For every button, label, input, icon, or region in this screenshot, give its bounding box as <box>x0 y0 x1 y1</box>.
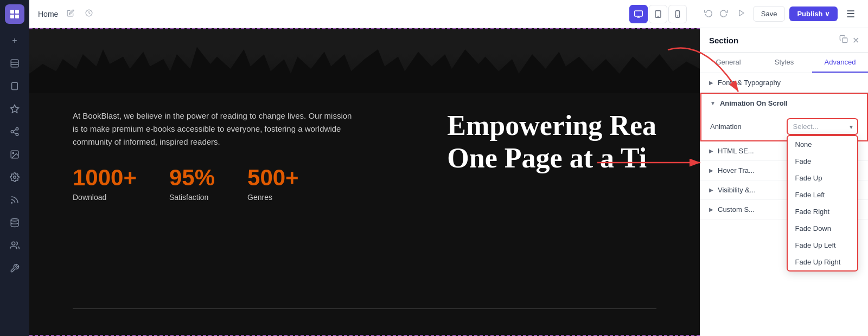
svg-rect-29 <box>843 38 847 43</box>
top-bar: Home <box>29 0 868 28</box>
svg-rect-3 <box>15 15 19 18</box>
forest-silhouette <box>29 44 700 93</box>
dropdown-option-none[interactable]: None <box>788 136 858 153</box>
dropdown-option-fade[interactable]: Fade <box>788 153 858 170</box>
stat-satisfaction: 95% Satisfaction <box>169 165 215 202</box>
tablet-view-button[interactable] <box>649 5 667 23</box>
history-icon[interactable] <box>83 7 95 21</box>
html-select-label: HTML SE... <box>718 147 754 155</box>
preview-button[interactable] <box>735 7 749 21</box>
page-title: Home <box>38 10 58 18</box>
dropdown-option-fade-up[interactable]: Fade Up <box>788 170 858 186</box>
stat-genres-value: 500+ <box>247 165 299 191</box>
svg-point-18 <box>11 219 18 222</box>
canvas-content: At BookBlast, we believe in the power of… <box>29 88 700 336</box>
svg-rect-7 <box>12 82 18 89</box>
animation-section-header[interactable]: ▼ Animation On Scroll <box>701 94 867 113</box>
stats-group: 1000+ Download 95% Satisfaction 500+ Gen… <box>73 165 425 202</box>
sidebar-item-page[interactable] <box>4 76 25 96</box>
panel-header: Section ✕ <box>700 28 868 53</box>
panel-body: ▶ Fonts & Typography ▼ Animation On Scro… <box>700 73 868 336</box>
forest-top-decoration <box>29 28 700 93</box>
sidebar-item-tools[interactable] <box>4 258 25 279</box>
animation-field-label: Animation <box>710 122 782 131</box>
hero-text: Empowering Rea One Page at a Ti <box>447 109 656 175</box>
sidebar-item-users[interactable] <box>4 235 25 256</box>
sidebar-item-settings[interactable] <box>4 167 25 188</box>
dropdown-option-fade-up-left[interactable]: Fade Up Left <box>788 237 858 254</box>
svg-point-19 <box>12 242 15 245</box>
stat-genres-label: Genres <box>247 193 299 202</box>
stat-downloads-value: 1000+ <box>73 165 137 191</box>
animation-dropdown-menu: None Fade Fade Up Fade Left Fade Right F… <box>787 135 859 272</box>
dropdown-option-fade-down[interactable]: Fade Down <box>788 220 858 237</box>
left-content-block: At BookBlast, we believe in the power of… <box>73 109 425 202</box>
undo-redo-group <box>702 7 730 22</box>
stat-satisfaction-label: Satisfaction <box>169 193 215 202</box>
fonts-typography-label: Fonts & Typography <box>718 79 781 87</box>
stat-downloads: 1000+ Download <box>73 165 137 202</box>
animation-on-scroll-section: ▼ Animation On Scroll Animation Select..… <box>700 93 868 141</box>
device-switcher <box>629 5 687 23</box>
fonts-typography-section[interactable]: ▶ Fonts & Typography <box>700 73 868 93</box>
html-select-chevron-icon: ▶ <box>709 148 713 154</box>
sidebar-item-image[interactable] <box>4 144 25 165</box>
svg-point-16 <box>14 176 16 179</box>
hover-transitions-chevron-icon: ▶ <box>709 167 713 173</box>
sidebar-item-connect[interactable] <box>4 121 25 142</box>
panel-copy-icon[interactable] <box>839 35 848 46</box>
left-sidebar: + <box>0 0 29 336</box>
dropdown-option-fade-left[interactable]: Fade Left <box>788 186 858 203</box>
sidebar-item-database[interactable] <box>4 212 25 233</box>
animation-section-label: Animation On Scroll <box>720 99 788 107</box>
svg-point-17 <box>11 203 12 204</box>
canvas-background: At BookBlast, we believe in the power of… <box>29 28 700 336</box>
svg-point-10 <box>11 131 14 133</box>
dropdown-option-fade-right[interactable]: Fade Right <box>788 203 858 220</box>
dropdown-option-fade-up-right[interactable]: Fade Up Right <box>788 254 858 270</box>
canvas[interactable]: At BookBlast, we believe in the power of… <box>29 28 700 336</box>
svg-point-9 <box>16 128 18 131</box>
animation-select-field[interactable]: Select... <box>787 118 859 135</box>
sidebar-item-star[interactable] <box>4 99 25 119</box>
hamburger-menu-button[interactable]: ☰ <box>842 6 859 22</box>
animation-select-wrapper: Select... ▼ None Fade Fade Up Fade Left … <box>787 118 859 135</box>
svg-point-15 <box>12 152 14 153</box>
svg-rect-4 <box>11 60 18 67</box>
sidebar-item-feed[interactable] <box>4 190 25 210</box>
svg-rect-2 <box>10 15 14 18</box>
sidebar-item-layers[interactable] <box>4 53 25 74</box>
sidebar-item-add[interactable]: + <box>4 30 25 51</box>
save-button[interactable]: Save <box>753 6 786 22</box>
svg-rect-0 <box>10 10 14 14</box>
panel-close-icon[interactable]: ✕ <box>852 35 859 46</box>
panel-title: Section <box>709 36 738 45</box>
desktop-view-button[interactable] <box>629 5 648 23</box>
svg-marker-28 <box>739 10 744 16</box>
edit-icon[interactable] <box>65 7 76 21</box>
custom-styles-chevron-icon: ▶ <box>709 206 713 212</box>
stat-genres: 500+ Genres <box>247 165 299 202</box>
svg-line-12 <box>13 132 16 134</box>
right-content-block: Empowering Rea One Page at a Ti <box>447 109 656 175</box>
svg-marker-8 <box>11 105 19 113</box>
svg-line-13 <box>13 130 16 131</box>
tab-advanced[interactable]: Advanced <box>812 53 868 73</box>
undo-button[interactable] <box>702 7 715 22</box>
tab-general[interactable]: General <box>700 53 756 73</box>
stat-satisfaction-value: 95% <box>169 165 215 191</box>
right-panel: Section ✕ General Styles Advanced ▶ Font… <box>700 28 868 336</box>
hover-transitions-label: Hover Tra... <box>718 166 755 175</box>
redo-button[interactable] <box>717 7 730 22</box>
app-logo[interactable] <box>5 4 24 24</box>
mobile-view-button[interactable] <box>668 5 687 23</box>
custom-styles-label: Custom S... <box>718 205 755 214</box>
panel-tabs: General Styles Advanced <box>700 53 868 73</box>
panel-header-icons: ✕ <box>839 35 859 46</box>
body-text: At BookBlast, we believe in the power of… <box>73 109 355 148</box>
stat-downloads-label: Download <box>73 193 137 202</box>
fonts-chevron-icon: ▶ <box>709 80 713 86</box>
divider-line <box>73 308 656 309</box>
publish-button[interactable]: Publish ∨ <box>789 7 838 21</box>
tab-styles[interactable]: Styles <box>756 53 812 73</box>
